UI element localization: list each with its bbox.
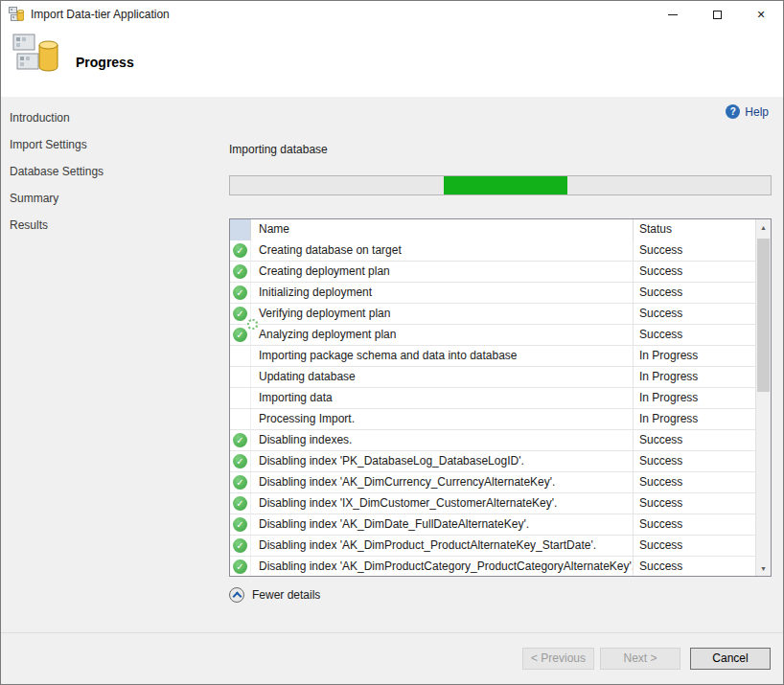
table-row[interactable]: ✓ Disabling index 'AK_DimProductCategory…	[230, 557, 755, 576]
table-scrollbar[interactable]: ▲ ▼	[755, 219, 771, 576]
sidebar-item-label: Import Settings	[10, 138, 87, 151]
maximize-button[interactable]	[695, 1, 739, 28]
task-status: Success	[634, 557, 755, 576]
minimize-icon	[668, 14, 678, 15]
table-row[interactable]: ✓ Disabling index 'AK_DimDate_FullDateAl…	[230, 514, 755, 536]
status-icon-column-header	[230, 219, 251, 240]
scroll-up-arrow[interactable]: ▲	[756, 219, 771, 235]
sidebar-nav: Introduction Import Settings Database Se…	[1, 97, 212, 633]
collapse-circle-icon	[229, 587, 244, 603]
table-row[interactable]: ✓ Disabling index 'AK_DimCurrency_Curren…	[230, 472, 755, 493]
task-name: Disabling index 'PK_DatabaseLog_Database…	[251, 451, 634, 471]
wizard-header: Progress	[1, 28, 783, 97]
task-status: Success	[634, 430, 755, 450]
task-status: In Progress	[634, 367, 755, 387]
table-row[interactable]: ✓ Disabling index 'PK_DatabaseLog_Databa…	[230, 451, 755, 472]
help-icon: ?	[726, 104, 740, 119]
success-icon: ✓	[233, 285, 247, 300]
progress-bar-segment	[444, 176, 568, 194]
sidebar-item-summary[interactable]: Summary	[1, 185, 212, 212]
task-name: Disabling index 'AK_DimProduct_ProductAl…	[251, 536, 634, 556]
task-status: Success	[634, 536, 755, 556]
table-row[interactable]: ✓ Disabling index 'IX_DimCustomer_Custom…	[230, 493, 755, 514]
success-icon: ✓	[233, 307, 247, 321]
help-link[interactable]: ? Help	[726, 104, 769, 119]
sidebar-item-introduction[interactable]: Introduction	[1, 104, 212, 131]
task-name: Creating database on target	[251, 240, 634, 261]
task-status: In Progress	[634, 409, 755, 429]
table-row[interactable]: Processing Import. In Progress	[230, 409, 755, 430]
success-icon: ✓	[233, 264, 247, 279]
help-label: Help	[745, 105, 769, 119]
task-status: Success	[634, 451, 755, 471]
cancel-button[interactable]: Cancel	[690, 648, 771, 670]
progress-bar	[229, 175, 772, 195]
task-name: Importing data	[251, 388, 634, 408]
sidebar-item-import-settings[interactable]: Import Settings	[1, 131, 212, 158]
task-name: Verifying deployment plan	[251, 304, 634, 324]
table-row[interactable]: ✓ Analyzing deployment plan Success	[230, 325, 755, 346]
sidebar-item-database-settings[interactable]: Database Settings	[1, 158, 212, 185]
maximize-icon	[713, 11, 722, 19]
close-icon: ✕	[756, 10, 765, 20]
import-dac-icon	[12, 34, 58, 79]
success-icon: ✓	[233, 559, 247, 574]
task-name: Disabling indexes.	[251, 430, 634, 450]
table-row[interactable]: ✓ Verifying deployment plan Success	[230, 304, 755, 325]
chevron-up-icon	[232, 592, 242, 602]
table-row[interactable]: ✓ Creating database on target Success	[230, 240, 755, 262]
task-name: Disabling index 'AK_DimCurrency_Currency…	[251, 472, 634, 492]
task-name: Updating database	[251, 367, 634, 387]
fewer-details-toggle[interactable]: Fewer details	[229, 587, 320, 603]
fewer-details-label: Fewer details	[252, 588, 320, 602]
task-status: Success	[634, 240, 755, 261]
table-row[interactable]: ✓ Disabling indexes. Success	[230, 430, 755, 451]
task-name: Processing Import.	[251, 409, 634, 429]
success-icon: ✓	[233, 454, 247, 468]
task-name: Disabling index 'AK_DimProductCategory_P…	[251, 557, 634, 576]
scrollbar-thumb[interactable]	[757, 239, 770, 392]
sidebar-item-results[interactable]: Results	[1, 212, 212, 239]
window-controls: ✕	[651, 1, 783, 28]
task-table-header: Name Status	[230, 219, 755, 241]
app-icon	[9, 7, 24, 22]
task-name: Disabling index 'AK_DimDate_FullDateAlte…	[251, 514, 634, 535]
task-status: Success	[634, 262, 755, 282]
task-status: Success	[634, 283, 755, 303]
task-status: Success	[634, 325, 755, 345]
sidebar-item-label: Summary	[10, 192, 58, 205]
task-name: Initializing deployment	[251, 283, 634, 303]
task-status: In Progress	[634, 388, 755, 408]
name-column-header[interactable]: Name	[251, 219, 634, 240]
table-row[interactable]: ✓ Disabling index 'AK_DimProduct_Product…	[230, 536, 755, 557]
success-icon: ✓	[233, 538, 247, 553]
main-content: ? Help Importing database Name Status ✓ …	[212, 97, 783, 633]
next-button[interactable]: Next >	[600, 648, 680, 670]
page-title: Progress	[76, 55, 134, 70]
task-status: Success	[634, 514, 755, 535]
scroll-down-arrow[interactable]: ▼	[756, 560, 771, 576]
sidebar-item-label: Database Settings	[10, 165, 104, 178]
task-table: Name Status ✓ Creating database on targe…	[229, 218, 772, 577]
table-row[interactable]: ✓ Creating deployment plan Success	[230, 262, 755, 283]
success-icon: ✓	[233, 475, 247, 490]
close-button[interactable]: ✕	[739, 1, 783, 28]
task-status: Success	[634, 493, 755, 514]
table-row[interactable]: Importing package schema and data into d…	[230, 346, 755, 367]
table-row[interactable]: Importing data In Progress	[230, 388, 755, 409]
title-bar: Import Data-tier Application ✕	[1, 1, 783, 28]
task-status: Success	[634, 304, 755, 324]
status-column-header[interactable]: Status	[634, 219, 755, 240]
minimize-button[interactable]	[651, 1, 695, 28]
sidebar-item-label: Results	[10, 218, 48, 232]
table-row[interactable]: Updating database In Progress	[230, 367, 755, 388]
table-row[interactable]: ✓ Initializing deployment Success	[230, 283, 755, 304]
import-data-tier-application-window: Import Data-tier Application ✕ Progress	[0, 0, 784, 685]
task-name: Importing package schema and data into d…	[251, 346, 634, 366]
success-icon: ✓	[233, 328, 247, 342]
previous-button[interactable]: < Previous	[522, 648, 594, 670]
task-name: Creating deployment plan	[251, 262, 634, 282]
in-progress-icon	[247, 319, 258, 330]
success-icon: ✓	[233, 496, 247, 511]
task-status: Success	[634, 472, 755, 492]
